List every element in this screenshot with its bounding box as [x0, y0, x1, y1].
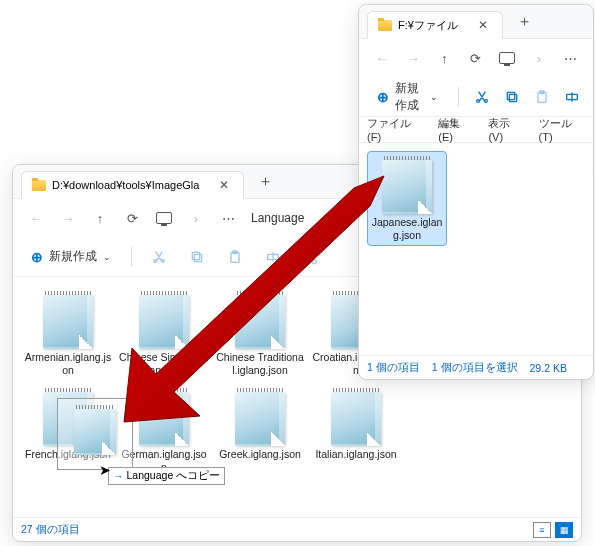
new-tab-button[interactable]: ＋ — [252, 170, 279, 193]
file-label: Chinese Traditional.iglang.json — [215, 351, 305, 376]
status-size: 29.2 KB — [530, 362, 567, 374]
paste-button[interactable] — [218, 242, 252, 272]
file-label: Armenian.iglang.json — [23, 351, 113, 376]
back-button[interactable]: ← — [367, 44, 396, 72]
menu-edit[interactable]: 編集(E) — [438, 116, 474, 143]
file-grid[interactable]: Japanese.iglang.json — [359, 143, 593, 355]
rename-button[interactable] — [256, 242, 290, 272]
command-toolbar: ⊕ 新規作成 ⌄ — [359, 77, 593, 117]
refresh-button[interactable]: ⟳ — [461, 44, 490, 72]
file-item[interactable]: Chinese Simplified.iglang.json — [117, 287, 211, 380]
refresh-button[interactable]: ⟳ — [117, 204, 147, 232]
more-button[interactable]: ⋯ — [213, 204, 243, 232]
up-button[interactable]: ↑ — [430, 44, 459, 72]
cut-button[interactable] — [469, 82, 495, 112]
paste-button[interactable] — [529, 82, 555, 112]
cut-button[interactable] — [142, 242, 176, 272]
file-label: Chinese Simplified.iglang.json — [119, 351, 209, 376]
new-label: 新規作成 — [49, 248, 97, 265]
drop-tooltip: → Language へコピー — [108, 467, 225, 485]
forward-button[interactable]: → — [398, 44, 427, 72]
new-button[interactable]: ⊕ 新規作成 ⌄ — [367, 76, 448, 118]
forward-button[interactable]: → — [53, 204, 83, 232]
drop-tooltip-text: Language へコピー — [127, 469, 221, 483]
menu-view[interactable]: 表示(V) — [488, 116, 524, 143]
back-button[interactable]: ← — [21, 204, 51, 232]
tab-active[interactable]: D:¥download¥tools¥ImageGla ✕ — [21, 171, 244, 199]
svg-rect-0 — [194, 254, 201, 261]
pc-icon[interactable] — [493, 44, 522, 72]
view-grid-button[interactable]: ▦ — [555, 522, 573, 538]
svg-rect-6 — [509, 94, 516, 101]
cursor-icon: ➤ — [99, 462, 111, 478]
breadcrumb-current[interactable]: Language — [245, 211, 310, 225]
statusbar: 27 個の項目 ≡ ▦ — [13, 517, 581, 541]
new-tab-button[interactable]: ＋ — [511, 10, 538, 33]
status-count: 1 個の項目 — [367, 361, 420, 375]
file-label: Japanese.iglang.json — [370, 216, 444, 241]
file-item[interactable]: Italian.iglang.json — [309, 384, 403, 477]
tab-title: F:¥ファイル — [398, 18, 458, 33]
explorer-window-source[interactable]: F:¥ファイル ✕ ＋ ← → ↑ ⟳ › ⋯ ⊕ 新規作成 ⌄ ファイル(F)… — [358, 4, 594, 380]
plus-icon: ⊕ — [377, 89, 389, 105]
menubar: ファイル(F) 編集(E) 表示(V) ツール(T) — [359, 117, 593, 143]
notepad-file-icon — [378, 156, 436, 214]
chevron-down-icon: ⌄ — [430, 92, 438, 102]
breadcrumb-chevron[interactable]: › — [524, 44, 553, 72]
copy-button[interactable] — [180, 242, 214, 272]
view-list-button[interactable]: ≡ — [533, 522, 551, 538]
titlebar: F:¥ファイル ✕ ＋ — [359, 5, 593, 39]
svg-rect-7 — [507, 92, 514, 99]
status-selection: 1 個の項目を選択 — [432, 361, 518, 375]
chevron-down-icon: ⌄ — [103, 252, 111, 262]
more-button[interactable]: ⋯ — [556, 44, 585, 72]
tab-active[interactable]: F:¥ファイル ✕ — [367, 11, 503, 39]
drag-ghost-preview — [57, 398, 133, 470]
nav-toolbar: ← → ↑ ⟳ › ⋯ — [359, 39, 593, 77]
folder-icon — [32, 180, 46, 191]
tab-title: D:¥download¥tools¥ImageGla — [52, 179, 199, 191]
pc-icon[interactable] — [149, 204, 179, 232]
file-label: Greek.iglang.json — [219, 448, 301, 461]
folder-icon — [378, 20, 392, 31]
up-button[interactable]: ↑ — [85, 204, 115, 232]
rename-button[interactable] — [559, 82, 585, 112]
breadcrumb-chevron[interactable]: › — [181, 204, 211, 232]
new-label: 新規作成 — [395, 80, 424, 114]
share-button[interactable] — [294, 242, 328, 272]
file-item-selected[interactable]: Japanese.iglang.json — [367, 151, 447, 246]
menu-file[interactable]: ファイル(F) — [367, 116, 424, 143]
new-button[interactable]: ⊕ 新規作成 ⌄ — [21, 244, 121, 269]
tab-close-button[interactable]: ✕ — [474, 16, 492, 34]
copy-button[interactable] — [499, 82, 525, 112]
file-item[interactable]: Chinese Traditional.iglang.json — [213, 287, 307, 380]
copy-arrow-icon: → — [113, 470, 124, 482]
svg-rect-1 — [192, 252, 199, 259]
file-item[interactable]: Armenian.iglang.json — [21, 287, 115, 380]
file-label: Italian.iglang.json — [315, 448, 396, 461]
file-item[interactable]: Greek.iglang.json — [213, 384, 307, 477]
menu-tools[interactable]: ツール(T) — [539, 116, 585, 143]
status-count: 27 個の項目 — [21, 523, 80, 537]
tab-close-button[interactable]: ✕ — [215, 176, 233, 194]
statusbar: 1 個の項目 1 個の項目を選択 29.2 KB — [359, 355, 593, 379]
plus-icon: ⊕ — [31, 249, 43, 265]
